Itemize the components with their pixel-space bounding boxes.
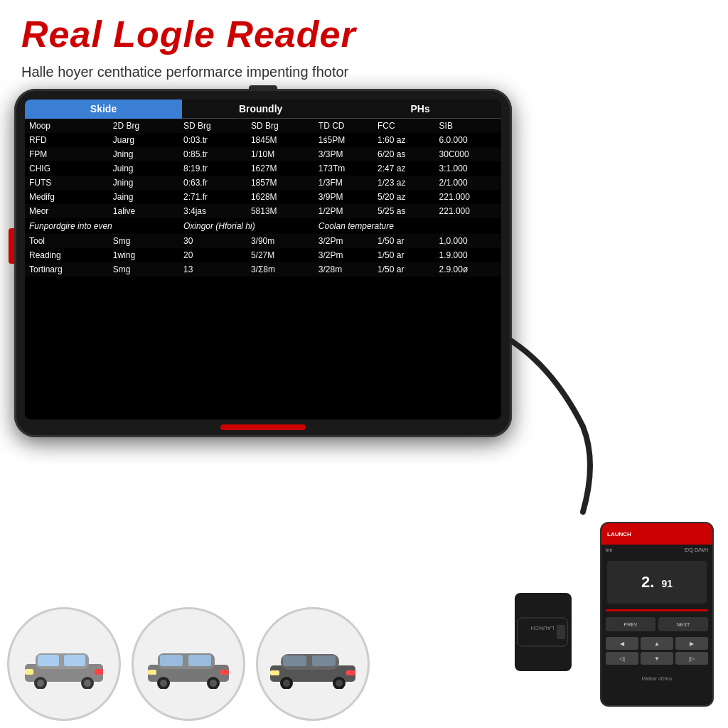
table-row: Tool Smg 30 3/90m 3/2Pm 1/50 ar 1,0.000 [25,234,501,248]
reader-bottom-label: Midbar oDlins [642,676,673,681]
table-header: Skide Broundly PHs [25,100,501,119]
car-circle-3 [256,607,370,721]
reader-next-btn[interactable]: NEXT [658,617,708,631]
cell: 5/25 as [373,204,435,218]
reader-nav-up[interactable]: ▲ [641,637,673,650]
cell: 6/20 as [373,147,435,161]
svg-rect-8 [25,669,33,675]
cell: Smg [109,262,179,277]
cell: 1/3FM [314,176,373,190]
cell: 1wing [109,248,179,262]
cell: 3:1.000 [435,161,501,176]
svg-rect-32 [557,625,565,639]
cell: 3/28m [314,262,373,277]
cell: 1ś5PM [314,133,373,147]
cell: FUTS [25,176,109,190]
cell: 1/2PM [314,204,373,218]
cell: 2:47 az [373,161,435,176]
section-label-2: Oxingor (Hforial hi) [179,218,314,234]
car-circle-2 [132,607,245,721]
cell: 0:03.tr [179,133,247,147]
svg-rect-29 [346,670,355,675]
svg-rect-27 [312,655,336,666]
cell: 3/2Pm [314,234,373,248]
cell: 1/10M [247,147,314,161]
cell: 3/Σ8m [247,262,314,277]
reader-device: LAUNCH km E/Q D/N/H 2. 91 PREV NEXT [600,522,714,707]
back-arrow-icon: ◁| [619,655,625,662]
reader-next-label: NEXT [677,622,690,627]
cell: 1:60 az [373,133,435,147]
reader-nav-right[interactable]: ▶ [675,637,708,650]
table-row: FUTS Jning 0:63.fr 1857M 1/3FM 1/23 az 2… [25,176,501,190]
cell: 13 [179,262,247,277]
section-label-1: Funpordgire into even [25,218,179,234]
cell: 1857M [247,176,314,190]
section-label-3: Coolan temperature [314,218,501,234]
cell: Moop [25,119,109,133]
svg-rect-28 [270,670,279,675]
svg-rect-6 [38,655,59,666]
table-row: Medifg Jaing 2:71.fr 1628M 3/9PM 5/20 az… [25,190,501,204]
table-row: Reading 1wing 20 5/27M 3/2Pm 1/50 ar 1.9… [25,248,501,262]
cell: Medifg [25,190,109,204]
cell: 1/50 ar [373,248,435,262]
cell: Tool [25,234,109,248]
cell: CHIG [25,161,109,176]
main-title: Real Logle Reader [21,13,356,55]
section-divider-row: Funpordgire into even Oxingor (Hforial h… [25,218,501,234]
tablet-bumper-left [9,228,14,264]
reader-nav-down[interactable]: ▼ [641,652,673,665]
cell: 1,0.000 [435,234,501,248]
svg-rect-7 [64,655,85,666]
svg-point-3 [37,680,44,687]
subtitle: Halle hoyer centhatice performarce impen… [21,64,348,80]
cell: 3:4jas [179,204,247,218]
cell: 1.9.000 [435,248,501,262]
cell: 30C000 [435,147,501,161]
table-row: RFD Juarg 0:03.tr 1845M 1ś5PM 1:60 az 6.… [25,133,501,147]
cell: 1alive [109,204,179,218]
cell: 1845M [247,133,314,147]
table-row: CHIG Juing 8:19.tr 1627M 173Tm 2:47 az 3… [25,161,501,176]
cell: Juing [109,161,179,176]
cell: 1/23 az [373,176,435,190]
cell: 1627M [247,161,314,176]
svg-rect-26 [283,655,306,666]
table-row: Meor 1alive 3:4jas 5813M 1/2PM 5/25 as 2… [25,204,501,218]
reader-nav-left2[interactable]: ◁| [606,652,638,665]
page-container: Real Logle Reader Halle hoyer centhatice… [0,0,728,728]
cars-section [7,607,370,721]
cell: 30 [179,234,247,248]
tablet-device: Skide Broundly PHs Moop 2D Brg SD Brg SD… [14,89,512,437]
cell: 3/9PM [314,190,373,204]
col-header-phs: PHs [339,100,501,119]
cell: SIB [435,119,501,133]
svg-point-5 [84,680,91,687]
cell: TD CD [314,119,373,133]
cell: RFD [25,133,109,147]
cell: 173Tm [314,161,373,176]
table-row: Moop 2D Brg SD Brg SD Brg TD CD FCC SIB [25,119,501,133]
svg-rect-19 [220,670,229,675]
reader-nav-left[interactable]: ◀ [606,637,638,650]
cell: 2/1.000 [435,176,501,190]
cell: Smg [109,234,179,248]
cell: 2.9.00ø [435,262,501,277]
cell: 1/50 ar [373,262,435,277]
down-arrow-icon: ▼ [654,655,660,662]
cell: 221.000 [435,190,501,204]
car-circle-1 [7,607,121,721]
reader-nav-right2[interactable]: |▷ [675,652,708,665]
data-table: Moop 2D Brg SD Brg SD Brg TD CD FCC SIB … [25,119,501,277]
car-image-1 [18,639,110,689]
reader-prev-label: PREV [623,622,637,627]
reader-label-km: km [606,547,612,552]
car-image-3 [267,639,359,689]
svg-text:LAUNCH: LAUNCH [530,625,554,631]
reader-prev-btn[interactable]: PREV [606,617,655,631]
reader-buttons: PREV NEXT [601,614,712,634]
svg-point-23 [283,680,290,687]
reader-top-bar: LAUNCH [601,523,712,545]
cell: FCC [373,119,435,133]
